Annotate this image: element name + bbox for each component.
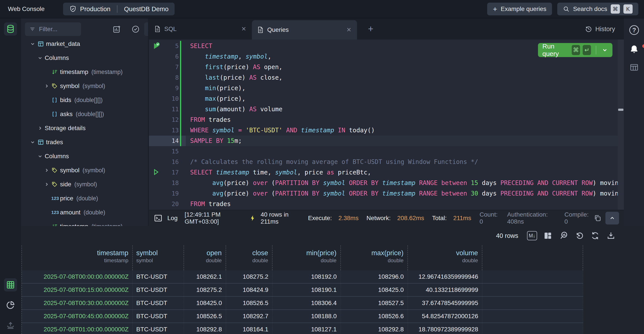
close-icon[interactable]: ✕ (346, 26, 351, 33)
download-csv-button[interactable] (606, 231, 616, 241)
code-line-16[interactable]: 16/* Calculates the rolling moving avera… (149, 157, 618, 167)
add-tab-button[interactable]: + (368, 19, 374, 40)
copy-icon[interactable] (594, 214, 602, 222)
table-row-2[interactable]: 2025-07-08T00:15:00.000000ZBTC-USDT10827… (22, 283, 583, 297)
cell-volume[interactable]: 12.967416359999946 (408, 270, 482, 283)
chevron-down-icon[interactable] (37, 153, 45, 159)
panels-button[interactable] (629, 62, 639, 72)
column-header-volume[interactable]: volumedouble (408, 245, 482, 270)
chevron-down-icon[interactable] (30, 41, 37, 47)
column-header-symbol[interactable]: symbolsymbol (133, 245, 184, 270)
tree-item-amount[interactable]: 123amount(double) (21, 205, 148, 219)
chevron-down-icon[interactable] (37, 55, 45, 61)
cell-symbol[interactable]: BTC-USDT (133, 283, 184, 296)
code-line-8[interactable]: 8 last(price) AS close, (149, 72, 618, 83)
cell-min-price-[interactable]: 108192.0 (272, 270, 341, 283)
chevron-down-icon[interactable] (30, 139, 37, 145)
run-query-button[interactable]: Run query ⌘ ↵ (538, 43, 612, 57)
cell-timestamp[interactable]: 2025-07-08T00:30:00.000000Z (22, 297, 133, 309)
cell-max-price-[interactable]: 108292.8 (341, 323, 408, 334)
tree-item-market-data[interactable]: market_data (21, 37, 148, 51)
suspended-toggle-button[interactable] (129, 22, 142, 36)
history-button[interactable]: History (585, 19, 615, 40)
markdown-copy-button[interactable]: M↓ (527, 231, 537, 241)
cell-symbol[interactable]: BTC-USDT (133, 270, 184, 283)
close-icon[interactable]: ✕ (241, 26, 246, 33)
code-line-20[interactable]: 20FROM trades (149, 199, 618, 209)
cell-symbol[interactable]: BTC-USDT (133, 297, 184, 309)
tree-item-columns[interactable]: Columns (21, 149, 148, 163)
cell-min-price-[interactable]: 108306.4 (272, 297, 341, 309)
cell-timestamp[interactable]: 2025-07-08T00:15:00.000000Z (22, 283, 133, 296)
cell-close[interactable]: 108424.9 (226, 283, 272, 296)
table-row-1[interactable]: 2025-07-08T00:00:00.000000ZBTC-USDT10826… (22, 270, 583, 283)
tree-item-storage-details[interactable]: Storage details (21, 121, 148, 135)
tree-item-bids[interactable]: bids(double[][]) (21, 93, 148, 107)
cell-min-price-[interactable]: 108188.0 (272, 310, 341, 322)
table-row-3[interactable]: 2025-07-08T00:30:00.000000ZBTC-USDT10842… (22, 297, 583, 310)
refresh-results-button[interactable] (590, 231, 600, 241)
editor-scrollbar-thumb[interactable] (618, 109, 624, 111)
grid-layout-button[interactable] (543, 231, 553, 241)
code-line-18[interactable]: 18 avg(price) over (PARTITION BY symbol … (149, 178, 618, 188)
table-row-4[interactable]: 2025-07-08T00:45:00.000000ZBTC-USDT10852… (22, 310, 583, 323)
code-line-9[interactable]: 9 min(price), (149, 83, 618, 93)
notifications-button[interactable] (629, 44, 639, 54)
tab-sql[interactable]: SQL ✕ (149, 19, 252, 40)
cell-symbol[interactable]: BTC-USDT (133, 310, 184, 322)
tree-item-columns[interactable]: Columns (21, 51, 148, 65)
code-line-19[interactable]: 19 avg(price) over (PARTITION BY symbol … (149, 188, 618, 199)
tree-item-asks[interactable]: asks(double[][]) (21, 107, 148, 121)
code-line-13[interactable]: 13WHERE symbol = 'BTC-USDT' AND timestam… (149, 125, 618, 136)
editor-scrollbar-track[interactable] (618, 40, 624, 210)
tab-queries[interactable]: Queries ✕ (252, 20, 357, 40)
code-line-14[interactable]: 14SAMPLE BY 15m; (149, 136, 618, 146)
import-button[interactable] (6, 320, 15, 330)
cell-close[interactable]: 108526.5 (226, 297, 272, 309)
chart-view-button[interactable] (6, 300, 15, 310)
collapse-log-button[interactable] (606, 212, 619, 225)
results-grid[interactable]: timestamptimestampsymbolsymbolopendouble… (22, 245, 583, 334)
cell-min-price-[interactable]: 108127.1 (272, 323, 341, 334)
sql-editor[interactable]: 5SELECT6 timestamp, symbol,7 first(price… (149, 40, 618, 210)
tree-item-trades[interactable]: trades (21, 135, 148, 149)
cell-timestamp[interactable]: 2025-07-08T00:45:00.000000Z (22, 310, 133, 322)
schema-nav-button[interactable] (4, 22, 17, 36)
cell-volume[interactable]: 18.780972389999928 (408, 323, 482, 334)
code-line-12[interactable]: 12FROM trades (149, 115, 618, 125)
chevron-down-icon[interactable] (602, 47, 608, 53)
column-header-close[interactable]: closedouble (226, 245, 272, 270)
tree-item-timestamp[interactable]: timestamp(timestamp) (21, 219, 148, 226)
code-line-11[interactable]: 11 sum(amount) AS volume (149, 104, 618, 115)
cell-open[interactable]: 108262.1 (184, 270, 226, 283)
cell-max-price-[interactable]: 108296.0 (341, 270, 408, 283)
explore-chart-button[interactable] (558, 231, 569, 241)
cell-min-price-[interactable]: 108190.1 (272, 283, 341, 296)
chevron-right-icon[interactable] (44, 83, 51, 89)
code-line-15[interactable]: 15 (149, 146, 618, 157)
code-line-7[interactable]: 7 first(price) AS open, (149, 62, 618, 72)
cell-symbol[interactable]: BTC-USDT (133, 323, 184, 334)
tree-item-symbol[interactable]: symbol(symbol) (21, 79, 148, 93)
cell-open[interactable]: 108526.5 (184, 310, 226, 322)
refresh-schema-button[interactable] (144, 22, 148, 36)
help-button[interactable]: ? (629, 25, 639, 35)
cell-close[interactable]: 108275.2 (226, 270, 272, 283)
cell-open[interactable]: 108425.0 (184, 297, 226, 309)
column-header-max-price-[interactable]: max(price)double (341, 245, 408, 270)
cell-max-price-[interactable]: 108425.0 (341, 283, 408, 296)
tree-item-symbol[interactable]: symbol(symbol) (21, 163, 148, 177)
cell-volume[interactable]: 54.82547872000126 (408, 310, 482, 322)
tree-item-price[interactable]: 123price(double) (21, 191, 148, 205)
cell-volume[interactable]: 37.67478545999995 (408, 297, 482, 309)
cell-timestamp[interactable]: 2025-07-08T00:00:00.000000Z (22, 270, 133, 283)
table-row-5[interactable]: 2025-07-08T01:00:00.000000ZBTC-USDT10829… (22, 323, 583, 334)
example-queries-button[interactable]: + Example queries (487, 3, 552, 15)
query-history-button[interactable] (574, 231, 584, 241)
code-line-17[interactable]: 17SELECT timestamp time, symbol, price a… (149, 167, 618, 178)
code-line-10[interactable]: 10 max(price), (149, 93, 618, 104)
column-header-min-price-[interactable]: min(price)double (272, 245, 341, 270)
cell-open[interactable]: 108292.8 (184, 323, 226, 334)
chevron-right-icon[interactable] (37, 125, 45, 131)
column-header-open[interactable]: opendouble (184, 245, 226, 270)
